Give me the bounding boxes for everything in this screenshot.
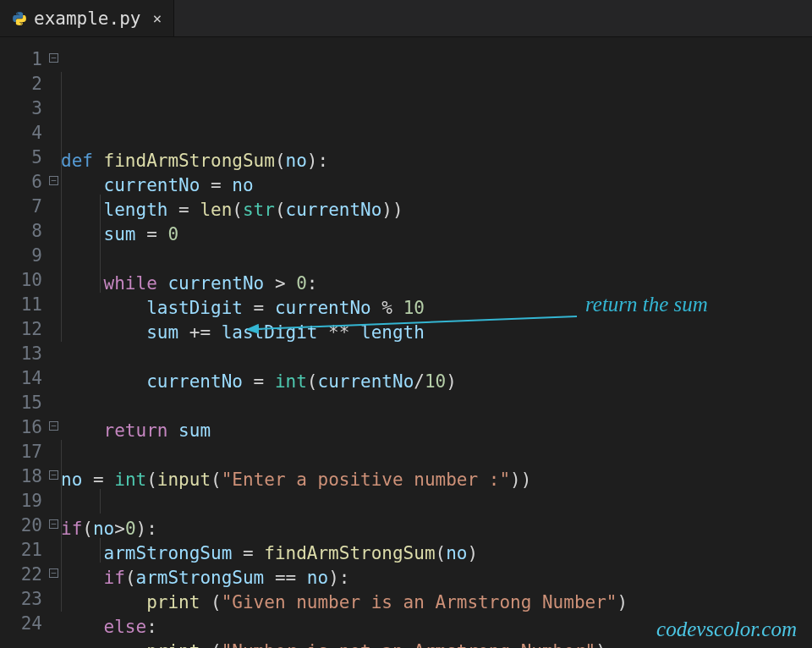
fold-icon[interactable]: − bbox=[49, 421, 58, 431]
fold-icon[interactable]: − bbox=[49, 470, 58, 480]
code-line[interactable]: no = int(input("Enter a positive number … bbox=[61, 468, 812, 492]
code-line[interactable] bbox=[61, 394, 812, 419]
indent-guide bbox=[100, 538, 101, 563]
code-area[interactable]: return the sum def findArmStrongSum(no):… bbox=[61, 37, 812, 648]
line-number: 15 bbox=[0, 391, 61, 415]
fold-icon[interactable]: − bbox=[49, 53, 58, 63]
code-line[interactable]: if(armStrongSum == no): bbox=[61, 566, 812, 590]
fold-icon[interactable]: − bbox=[49, 519, 58, 529]
annotation-return-sum: return the sum bbox=[585, 293, 708, 316]
code-line[interactable]: sum = 0 bbox=[61, 222, 812, 247]
code-line[interactable] bbox=[61, 443, 812, 468]
line-number: 6− bbox=[0, 170, 61, 195]
close-icon[interactable]: × bbox=[152, 9, 162, 27]
code-line[interactable]: currentNo = no bbox=[61, 173, 812, 198]
line-number: 13 bbox=[0, 342, 61, 366]
tab-bar: example.py × bbox=[0, 0, 812, 37]
line-number: 5 bbox=[0, 146, 61, 170]
code-line[interactable]: currentNo = int(currentNo/10) bbox=[61, 370, 812, 394]
code-line[interactable] bbox=[61, 345, 812, 370]
line-number: 3 bbox=[0, 96, 61, 121]
line-number: 14 bbox=[0, 366, 61, 391]
fold-icon[interactable]: − bbox=[49, 568, 58, 578]
indent-guide bbox=[100, 489, 101, 513]
line-number: 20− bbox=[0, 513, 61, 538]
line-number: 1− bbox=[0, 47, 61, 72]
code-line[interactable]: length = len(str(currentNo)) bbox=[61, 198, 812, 222]
code-line[interactable]: if(no>0): bbox=[61, 517, 812, 541]
line-number: 23 bbox=[0, 587, 61, 612]
indent-guide bbox=[100, 195, 101, 293]
fold-icon[interactable]: − bbox=[49, 176, 58, 185]
code-line[interactable]: return sum bbox=[61, 419, 812, 443]
line-number: 18− bbox=[0, 464, 61, 489]
line-number: 21 bbox=[0, 538, 61, 563]
line-number: 12 bbox=[0, 317, 61, 342]
code-line[interactable]: def findArmStrongSum(no): bbox=[61, 149, 812, 173]
line-number: 9 bbox=[0, 244, 61, 268]
line-number: 24 bbox=[0, 612, 61, 636]
code-line[interactable]: armStrongSum = findArmStrongSum(no) bbox=[61, 541, 812, 566]
line-number: 10 bbox=[0, 268, 61, 293]
line-number: 11 bbox=[0, 293, 61, 317]
line-number: 4 bbox=[0, 121, 61, 146]
code-line[interactable]: print ("Given number is an Armstrong Num… bbox=[61, 590, 812, 615]
line-number: 2 bbox=[0, 72, 61, 96]
watermark: codevscolor.com bbox=[656, 618, 797, 641]
code-editor[interactable]: 1−23456−78910111213141516−1718−1920−2122… bbox=[0, 37, 812, 648]
python-icon bbox=[12, 11, 27, 26]
indent-guide bbox=[61, 440, 62, 612]
indent-guide bbox=[61, 72, 62, 342]
tab-label: example.py bbox=[34, 8, 140, 29]
line-number: 16− bbox=[0, 415, 61, 440]
line-gutter: 1−23456−78910111213141516−1718−1920−2122… bbox=[0, 37, 61, 648]
code-line[interactable]: sum += lastDigit ** length bbox=[61, 321, 812, 345]
line-number: 22− bbox=[0, 563, 61, 587]
code-line[interactable] bbox=[61, 247, 812, 272]
line-number: 7 bbox=[0, 195, 61, 219]
line-number: 19 bbox=[0, 489, 61, 513]
line-number: 17 bbox=[0, 440, 61, 464]
line-number: 8 bbox=[0, 219, 61, 244]
tab-example-py[interactable]: example.py × bbox=[0, 0, 174, 36]
code-line[interactable] bbox=[61, 492, 812, 517]
